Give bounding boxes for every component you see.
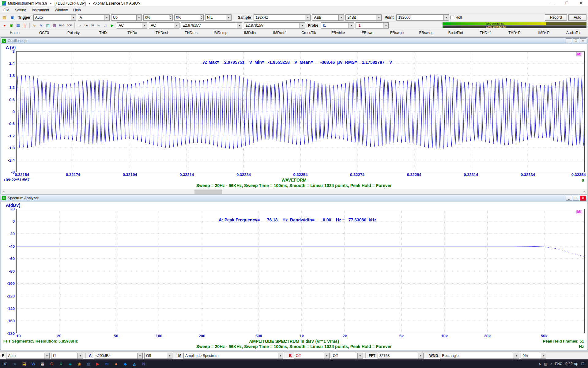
- tab-audiotst[interactable]: AudioTst: [559, 29, 588, 36]
- vscode-icon[interactable]: ◭: [130, 360, 138, 367]
- sample-channels-select[interactable]: A&B: [312, 14, 344, 21]
- file-explorer-icon[interactable]: ▤: [20, 360, 28, 367]
- print-icon[interactable]: ▭: [76, 23, 82, 28]
- coupling-b-select[interactable]: AC: [149, 22, 179, 29]
- data-logger-icon[interactable]: DLG: [58, 23, 65, 28]
- coupling-a-select[interactable]: AC: [117, 22, 147, 29]
- sample-rate-select[interactable]: 192kHz: [254, 14, 311, 21]
- b-option1-select[interactable]: Off: [294, 353, 330, 359]
- tab-crosstlk[interactable]: CrossTlk: [294, 29, 323, 36]
- language-indicator[interactable]: ENG: [555, 362, 562, 366]
- tab-bodeplot[interactable]: BodePlot: [441, 29, 470, 36]
- tray-chevron-icon[interactable]: ∧: [538, 362, 541, 366]
- excel-icon[interactable]: X: [57, 360, 65, 367]
- open-file-icon[interactable]: ▨: [2, 15, 8, 20]
- hot-keys-icon[interactable]: ⣿: [22, 23, 28, 28]
- spec-minimize-button[interactable]: _: [566, 196, 572, 201]
- start-button[interactable]: ⊞: [2, 360, 10, 367]
- menu-help[interactable]: Help: [70, 7, 84, 13]
- word-icon[interactable]: W: [29, 360, 37, 367]
- oscilloscope-titlebar[interactable]: ∿ Oscilloscope _ ❐ ✕: [1, 38, 587, 44]
- maximize-button[interactable]: ❐: [560, 0, 574, 6]
- probe-a-select[interactable]: I1: [321, 22, 354, 29]
- browser-icon[interactable]: ◍: [85, 360, 92, 367]
- sound-output-icon[interactable]: ♫: [102, 23, 108, 28]
- save-icon[interactable]: ▣: [9, 15, 15, 20]
- red-app-icon[interactable]: ▶: [94, 360, 102, 367]
- cut-icon[interactable]: ✂: [96, 23, 102, 28]
- trigger-edge-select[interactable]: Up: [111, 14, 142, 21]
- menu-window[interactable]: Window: [52, 7, 70, 13]
- coffee-app-icon[interactable]: ◉: [75, 360, 83, 367]
- roll-checkbox[interactable]: Roll: [450, 15, 462, 20]
- a-option-select[interactable]: Off: [144, 353, 172, 359]
- opera-icon[interactable]: O: [48, 360, 56, 367]
- oscilloscope-view-icon[interactable]: ∿: [31, 23, 37, 28]
- probe-b-select[interactable]: I1: [356, 22, 389, 29]
- trigger-frames-select[interactable]: NIL: [205, 14, 232, 21]
- point-count-select[interactable]: 192000: [396, 14, 449, 21]
- volume-icon[interactable]: ♪: [550, 362, 552, 366]
- b-option2-select[interactable]: Off: [331, 353, 363, 359]
- multi-instrument-icon[interactable]: N: [140, 360, 148, 367]
- minimize-button[interactable]: —: [546, 0, 560, 6]
- trigger-mode-select[interactable]: Auto: [33, 14, 76, 21]
- tab-imddin[interactable]: IMDdin: [235, 29, 265, 36]
- edge-icon[interactable]: ◆: [121, 360, 129, 367]
- measurement-mode-select[interactable]: Amplitude Spectrum: [183, 353, 283, 359]
- firefox-icon[interactable]: ●: [112, 360, 120, 367]
- osc-minimize-button[interactable]: _: [566, 38, 572, 43]
- spectrum-titlebar[interactable]: ≋ Spectrum Analyzer _ ❐ ✕: [1, 195, 587, 201]
- close-button[interactable]: ✕: [574, 0, 588, 6]
- scroll-left-arrow[interactable]: ◄: [1, 189, 6, 194]
- range-b-select[interactable]: ±2.87815V: [244, 22, 305, 29]
- ddp-viewer-icon[interactable]: DDP: [66, 23, 73, 28]
- multimeter-view-icon[interactable]: ▩: [51, 23, 58, 28]
- tab-polarity[interactable]: Polarity: [59, 29, 88, 36]
- oscilloscope-plot[interactable]: [16, 51, 585, 172]
- tab-thdres[interactable]: THDres: [176, 29, 206, 36]
- tab-frswlog[interactable]: FRswlog: [412, 29, 441, 36]
- notification-center-icon[interactable]: ❏: [581, 362, 584, 366]
- trigger-delay-spinner[interactable]: 0%▴▾: [174, 14, 204, 21]
- tab-imd-p[interactable]: IMD~P: [529, 29, 559, 36]
- tab-imdccif[interactable]: IMDccif: [265, 29, 294, 36]
- menu-setting[interactable]: Setting: [12, 7, 29, 13]
- spec-marker-badge[interactable]: Mi: [576, 210, 582, 214]
- overlap-select[interactable]: 0%: [521, 353, 546, 359]
- spectrum-view-icon[interactable]: ≋: [38, 23, 44, 28]
- osc-close-button[interactable]: ✕: [580, 38, 586, 43]
- trigger-source-select[interactable]: A: [78, 14, 110, 21]
- label-b-icon[interactable]: ⊥B: [89, 23, 95, 28]
- tab-home[interactable]: Home: [0, 29, 29, 36]
- run-icon[interactable]: ▶: [109, 23, 115, 28]
- frequency-mode-select[interactable]: Auto: [6, 353, 50, 359]
- tab-imdsmp[interactable]: IMDsmp: [206, 29, 235, 36]
- tab-thd-p[interactable]: THD~P: [500, 29, 529, 36]
- window-function-select[interactable]: Rectangle: [440, 353, 519, 359]
- search-icon[interactable]: ○: [11, 360, 19, 367]
- pause-icon[interactable]: ▣: [8, 23, 14, 28]
- tab-thd-f[interactable]: THD~f: [470, 29, 500, 36]
- f-channel-select[interactable]: I1: [51, 353, 83, 359]
- label-a-icon[interactable]: ⊥A: [83, 23, 89, 28]
- scroll-right-arrow[interactable]: ►: [582, 189, 587, 194]
- sample-bits-select[interactable]: 24Bit: [345, 14, 382, 21]
- tab-frwhite[interactable]: FRwhite: [323, 29, 353, 36]
- grid-app-icon[interactable]: ▦: [39, 360, 47, 367]
- tab-oct3[interactable]: OCT3: [29, 29, 59, 36]
- mail-icon[interactable]: ✉: [103, 360, 111, 367]
- teal-app-icon[interactable]: ◈: [66, 360, 74, 367]
- tab-thd[interactable]: THD: [88, 29, 118, 36]
- spec-close-button[interactable]: ✕: [580, 196, 586, 201]
- tab-frpwn[interactable]: FRpwn: [353, 29, 382, 36]
- record-button[interactable]: Record: [545, 14, 567, 21]
- scroll-thumb[interactable]: [194, 190, 222, 194]
- menu-file[interactable]: File: [1, 7, 12, 13]
- tab-frswph[interactable]: FRswph: [382, 29, 412, 36]
- clock[interactable]: 9:29 πμ: [565, 362, 578, 366]
- auto-button[interactable]: Auto: [568, 14, 586, 21]
- record-icon[interactable]: ●: [2, 23, 8, 28]
- tab-thdnsl[interactable]: THDnsl: [147, 29, 176, 36]
- osc-horizontal-scrollbar[interactable]: ◄ ►: [1, 189, 587, 194]
